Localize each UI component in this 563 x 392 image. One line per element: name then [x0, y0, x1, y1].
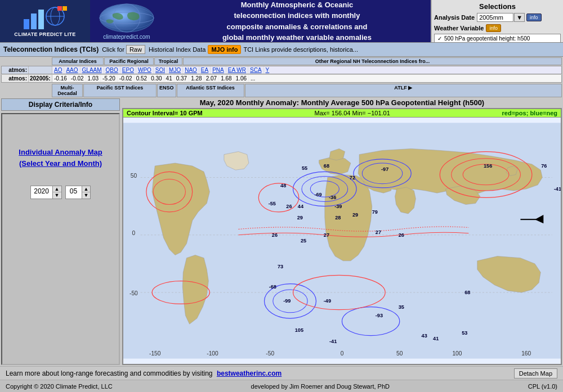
dropdown-item-0[interactable]: ✓ 500 hPa geopotential height: h500: [435, 34, 560, 43]
svg-rect-0: [24, 19, 29, 29]
nao-val: 0.37: [175, 75, 189, 82]
aao-label[interactable]: AAO: [64, 66, 80, 74]
globe-decoration: [96, 3, 158, 34]
svg-text:25: 25: [301, 238, 306, 244]
map-visualization: 50 0 -50 -150 -100 -50 0 50 100 160: [123, 118, 561, 364]
eawr-val: 1.68: [219, 75, 234, 82]
svg-text:0: 0: [341, 350, 344, 357]
sca-val: 1.06: [234, 75, 249, 82]
svg-text:55: 55: [302, 165, 307, 171]
color-scale-label: red=pos; blue=neg: [502, 110, 557, 116]
tci-title: Teleconnection Indices (TCIs): [3, 46, 99, 53]
glaam-label[interactable]: GLAAM: [81, 66, 104, 74]
annular-header: Annular Indices: [52, 57, 104, 65]
weather-info-button[interactable]: info: [486, 24, 501, 32]
svg-text:28: 28: [335, 215, 341, 220]
header-title: Monthly Atmospheric & Oceanic teleconnec…: [222, 0, 372, 43]
glaam-val: 1.03: [86, 75, 101, 82]
svg-text:-150: -150: [149, 350, 161, 357]
tci-links-text: TCI Links provide descriptions, historic…: [243, 46, 358, 53]
copyright-bar: Copyright © 2020 Climate Predict, LLC de…: [0, 380, 563, 392]
qbo-label[interactable]: QBO: [104, 66, 120, 74]
svg-text:73: 73: [278, 264, 283, 269]
svg-text:-39: -39: [334, 204, 342, 209]
logo-icon: [23, 5, 68, 30]
contour-interval-label: Contour Interval= 10 GPM: [127, 110, 203, 116]
wpo-val: 0.52: [135, 75, 149, 82]
svg-text:44: 44: [298, 204, 304, 209]
year-down-button[interactable]: ▼: [53, 192, 61, 199]
svg-rect-7: [62, 6, 67, 11]
selections-title: Selections: [434, 2, 561, 11]
raw-button[interactable]: Raw: [126, 45, 145, 54]
anomaly-map-link[interactable]: Individual Anomaly Map(Select Year and M…: [19, 147, 102, 169]
pacific-regional-header: Pacific Regional: [104, 57, 154, 65]
analysis-date-label: Analysis Date: [434, 14, 475, 21]
svg-text:68: 68: [464, 290, 470, 295]
svg-text:76: 76: [541, 163, 547, 169]
svg-text:72: 72: [350, 175, 355, 181]
developed-by-text: developed by Jim Roemer and Doug Stewart…: [251, 383, 390, 390]
month-up-button[interactable]: ▲: [82, 186, 91, 192]
weather-variable-label: Weather Variable: [434, 25, 484, 31]
max-min-label: Max= 156.04 Min= −101.01: [315, 110, 390, 116]
svg-text:68: 68: [324, 163, 329, 169]
click-for-label: Click for: [102, 46, 124, 53]
svg-text:-99: -99: [283, 298, 291, 304]
atlantic-sst-header: Atlantic SST Indices: [177, 84, 244, 97]
nao-label[interactable]: NAO: [183, 66, 199, 74]
svg-text:50: 50: [131, 173, 137, 179]
other-nh-header: Other Regional NH Teleconnection Indices…: [183, 57, 562, 65]
qbo-val: -5.20: [101, 75, 118, 82]
pna-val: 2.07: [204, 75, 219, 82]
mjo-info-button[interactable]: MJO info: [208, 45, 241, 54]
svg-text:-55: -55: [269, 201, 276, 206]
year-value: 2020: [31, 186, 52, 199]
svg-text:-69: -69: [314, 192, 321, 197]
mjo-label[interactable]: MJO: [167, 66, 183, 74]
pna-label[interactable]: PNA: [211, 66, 226, 74]
svg-text:-50: -50: [266, 350, 274, 357]
month-spinbox[interactable]: 05 ▲ ▼: [65, 186, 91, 199]
sca-label[interactable]: SCA: [248, 66, 264, 74]
svg-text:-41: -41: [554, 186, 561, 192]
svg-text:29: 29: [297, 215, 303, 220]
svg-text:79: 79: [372, 209, 378, 215]
svg-text:27: 27: [324, 232, 329, 238]
svg-text:53: 53: [462, 330, 467, 336]
wpo-label[interactable]: WPO: [136, 66, 154, 74]
svg-text:50: 50: [396, 350, 403, 357]
svg-text:27: 27: [376, 229, 381, 235]
pacific-sst-header: Pacific SST Indices: [83, 84, 157, 97]
analysis-date-input[interactable]: [477, 13, 513, 22]
aao-val: -0.02: [69, 75, 86, 82]
year-up-button[interactable]: ▲: [53, 186, 61, 192]
year-spinbox[interactable]: 2020 ▲ ▼: [30, 186, 62, 199]
eawr-label[interactable]: EA WR: [226, 66, 248, 74]
display-criteria-bar: Display Criteria/Info: [1, 98, 120, 111]
svg-point-8: [100, 4, 154, 32]
map-svg-container[interactable]: 50 0 -50 -150 -100 -50 0 50 100 160: [123, 118, 561, 364]
analysis-info-button[interactable]: info: [526, 13, 542, 21]
y-val: ...: [249, 75, 257, 82]
svg-text:41: 41: [433, 336, 439, 341]
date-dropdown-arrow[interactable]: ▼: [514, 13, 525, 22]
atlf-header: ATLF ▶: [245, 84, 562, 97]
bestweather-link[interactable]: bestweatherinc.com: [217, 370, 282, 377]
soi-label[interactable]: SOI: [154, 66, 167, 74]
ao-label[interactable]: AO: [52, 66, 64, 74]
svg-text:-93: -93: [376, 313, 383, 318]
svg-text:26: 26: [272, 232, 278, 238]
svg-text:160: 160: [521, 350, 531, 357]
atmos-label: atmos:: [2, 75, 29, 82]
svg-text:0: 0: [132, 230, 136, 236]
month-down-button[interactable]: ▼: [82, 192, 91, 199]
soi-val: 0.30: [149, 75, 164, 82]
svg-text:29: 29: [352, 212, 358, 218]
ea-label[interactable]: EA: [199, 66, 211, 74]
detach-map-button[interactable]: Detach Map: [514, 368, 557, 379]
map-frame: Contour Interval= 10 GPM Max= 156.04 Min…: [122, 108, 562, 365]
atmos-year: 202005:: [29, 75, 52, 82]
svg-rect-2: [38, 10, 44, 29]
epo-label[interactable]: EPO: [120, 66, 136, 74]
